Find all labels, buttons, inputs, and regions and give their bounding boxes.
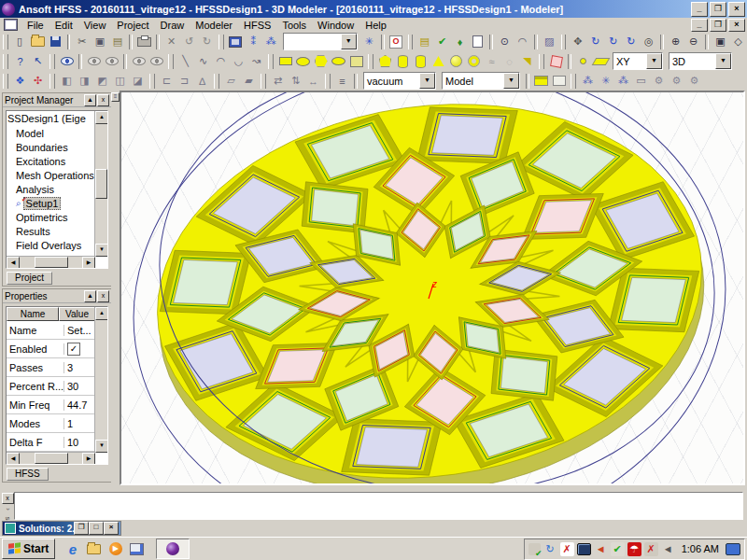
- scroll-down-icon[interactable]: ▼: [95, 244, 108, 257]
- chevron-down-icon[interactable]: ▼: [646, 53, 662, 69]
- help-topics-button[interactable]: ?: [11, 53, 29, 69]
- draw-point-button[interactable]: [574, 53, 592, 69]
- draw-sweep-button[interactable]: ◥: [518, 53, 536, 69]
- mirror-button[interactable]: ∆: [193, 73, 211, 89]
- tree-item-boundaries[interactable]: Boundaries: [7, 140, 95, 154]
- draw-helix-button[interactable]: ≈: [483, 53, 500, 69]
- imprint-button[interactable]: ◪: [129, 73, 147, 89]
- pan-button[interactable]: ✥: [569, 34, 586, 49]
- solve-setup-button[interactable]: ⚙: [650, 73, 668, 89]
- undo-button[interactable]: ↺: [180, 34, 198, 49]
- tree-item-optimetrics[interactable]: Optimetrics: [7, 210, 95, 224]
- scroll-up-icon[interactable]: ▲: [95, 111, 108, 124]
- new-button[interactable]: ▯: [11, 34, 29, 49]
- tree-item-setup1[interactable]: ⌕Setup1: [7, 196, 95, 210]
- glass-pane[interactable]: [500, 357, 547, 393]
- zoom-in-button[interactable]: ⊕: [667, 34, 684, 49]
- redo-button[interactable]: ↻: [198, 34, 216, 49]
- mdi-close-icon[interactable]: ×: [728, 19, 745, 32]
- tree-item-field-overlays[interactable]: Field Overlays: [7, 238, 95, 252]
- drawing-mode-combo[interactable]: 3D▼: [669, 52, 732, 70]
- connect-button[interactable]: ⊏: [158, 73, 176, 89]
- toolbar-grip[interactable]: [268, 54, 274, 69]
- toolbar-grip[interactable]: [539, 54, 544, 69]
- modeler-3d-view[interactable]: z: [121, 92, 743, 483]
- volume-alert-icon[interactable]: ◄: [594, 542, 608, 556]
- tree-item-model[interactable]: Model: [7, 126, 95, 140]
- machine-button[interactable]: [227, 34, 245, 49]
- delete-button[interactable]: ✕: [162, 34, 180, 49]
- draw-cylinder-button[interactable]: [394, 53, 412, 69]
- mesh-view-button[interactable]: ⁂: [579, 73, 597, 89]
- split-button[interactable]: ◫: [111, 73, 129, 89]
- pin-icon[interactable]: ▲: [84, 290, 96, 302]
- rotate-center-button[interactable]: ↻: [586, 34, 604, 49]
- menu-draw[interactable]: Draw: [155, 19, 190, 32]
- cut-button[interactable]: ✂: [73, 34, 91, 49]
- tree-item-results[interactable]: Results: [7, 224, 95, 238]
- toolbar-grip[interactable]: [149, 74, 155, 89]
- rosette-model[interactable]: z: [121, 92, 743, 483]
- start-button[interactable]: Start: [2, 539, 55, 559]
- menu-project[interactable]: Project: [111, 19, 154, 32]
- draw-circle-button[interactable]: [330, 53, 347, 69]
- window-minimize-icon[interactable]: _: [691, 2, 708, 17]
- scroll-thumb[interactable]: [35, 257, 68, 268]
- draw-spline-button[interactable]: ∿: [194, 53, 212, 69]
- toolbar-grip[interactable]: [261, 74, 266, 89]
- folder-icon[interactable]: [86, 541, 102, 557]
- rotate-copy-button[interactable]: ⇅: [287, 73, 304, 89]
- menu-help[interactable]: Help: [359, 19, 392, 32]
- property-value[interactable]: Set...: [64, 325, 95, 336]
- panel-splitter[interactable]: ≡: [111, 91, 120, 492]
- mdi-restore-icon[interactable]: ❐: [710, 19, 726, 32]
- window-close-icon[interactable]: ×: [728, 2, 745, 17]
- probe-button[interactable]: ♦: [451, 34, 469, 49]
- tree-item-excitations[interactable]: Excitations: [7, 154, 95, 168]
- pin-icon[interactable]: ▲: [84, 94, 96, 106]
- plane-combo[interactable]: XY▼: [613, 52, 663, 70]
- ie-icon[interactable]: e: [64, 541, 80, 557]
- options-button[interactable]: O: [388, 34, 405, 49]
- close-icon[interactable]: ×: [104, 522, 119, 535]
- scroll-thumb[interactable]: [95, 169, 107, 199]
- display-driver-icon[interactable]: [577, 543, 591, 555]
- toolbar-grip[interactable]: [49, 54, 55, 69]
- enabled-checkbox[interactable]: ✓: [67, 343, 80, 356]
- toolbar-grip[interactable]: [368, 54, 374, 69]
- restore-icon[interactable]: ❐: [74, 522, 89, 535]
- save-button[interactable]: [47, 34, 64, 49]
- toolbar-grip[interactable]: [214, 74, 219, 89]
- uncover-faces-button[interactable]: ▰: [240, 73, 258, 89]
- mirror-copy-button[interactable]: ↔: [304, 73, 322, 89]
- create-region-button[interactable]: [550, 73, 568, 89]
- menu-file[interactable]: File: [21, 19, 49, 32]
- splitter-grip-icon[interactable]: ≡: [111, 92, 120, 102]
- toolbar-grip[interactable]: [561, 35, 567, 49]
- draw-region-button[interactable]: [347, 53, 365, 69]
- scroll-down-icon[interactable]: ▼: [95, 440, 108, 453]
- toolbar-grip[interactable]: [3, 35, 8, 49]
- context-help-button[interactable]: ↖: [29, 53, 47, 69]
- media-player-icon[interactable]: ▶: [107, 541, 123, 557]
- solve-opt-button[interactable]: ⚙: [685, 73, 703, 89]
- open-button[interactable]: [29, 34, 47, 49]
- draw-plane-button[interactable]: [592, 53, 610, 69]
- subtract-button[interactable]: ◨: [76, 73, 93, 89]
- close-icon[interactable]: x: [97, 290, 109, 302]
- fit-all-button[interactable]: ◇: [729, 34, 747, 49]
- boolean-assign-button[interactable]: ❖: [11, 73, 29, 89]
- desktop-icon[interactable]: [726, 543, 740, 555]
- view-visibility-button[interactable]: [58, 53, 76, 69]
- toolbar-grip[interactable]: [408, 35, 414, 49]
- selection-combo[interactable]: ▼: [283, 33, 358, 50]
- mesh-refine-button[interactable]: ✳: [597, 73, 614, 89]
- mdi-document-icon[interactable]: [4, 19, 18, 31]
- draw-polyhedron-button[interactable]: [376, 53, 394, 69]
- toolbar-grip[interactable]: [571, 74, 576, 89]
- validate-button[interactable]: ▤: [416, 34, 433, 49]
- assign-node-button[interactable]: ✳: [360, 34, 378, 49]
- menu-window[interactable]: Window: [312, 19, 359, 32]
- move-button[interactable]: ⇄: [269, 73, 287, 89]
- glass-pane[interactable]: [432, 116, 503, 156]
